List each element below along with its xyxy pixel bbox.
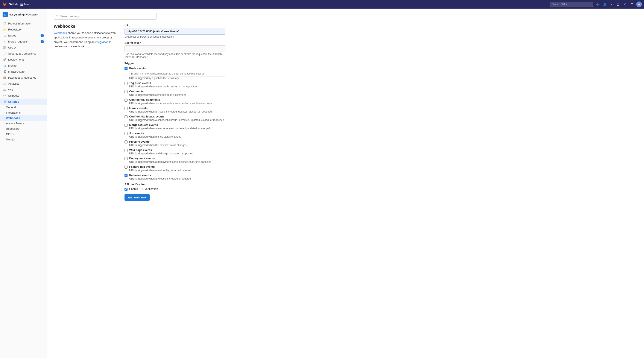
url-input[interactable] <box>124 28 226 35</box>
trigger-desc-job-events: URL is triggered when the job status cha… <box>129 135 226 138</box>
webhooks-description-panel: Webhooks Webhooks enable you to send not… <box>54 24 118 201</box>
checkbox-tag-push-events[interactable] <box>124 82 128 85</box>
trigger-section: Trigger Push events URL is triggered by … <box>124 62 226 180</box>
global-search-input[interactable] <box>550 2 593 7</box>
issues-icon: ◻ <box>3 34 6 37</box>
trigger-desc-confidential-issues-events: URL is triggered when a confidential iss… <box>129 119 226 122</box>
sidebar-label-wiki: Wiki <box>8 88 14 91</box>
sidebar-label-repository: Repository <box>8 28 22 31</box>
checkbox-wiki-page-events[interactable] <box>124 149 128 152</box>
checkbox-pipeline-events[interactable] <box>124 140 128 143</box>
wiki-icon: 📖 <box>3 88 6 91</box>
checkbox-job-events[interactable] <box>124 132 128 135</box>
project-information-icon: 📋 <box>3 22 6 25</box>
sidebar-label-packages: Packages & Registries <box>8 76 36 79</box>
trigger-name-tag-push-events: Tag push events <box>129 81 151 85</box>
sidebar-item-cicd[interactable]: 🔄 CI/CD <box>0 45 47 51</box>
user-menu-button[interactable]: 👤 <box>602 2 607 7</box>
webhooks-title: Webhooks <box>54 24 118 29</box>
checkbox-confidential-comments[interactable] <box>124 99 128 102</box>
webhooks-link[interactable]: Webhooks <box>54 31 67 35</box>
checkbox-push-events[interactable] <box>124 67 128 70</box>
trigger-name-deployment-events: Deployment events <box>129 157 155 160</box>
sidebar-subitem-access-tokens[interactable]: Access Tokens <box>0 121 47 126</box>
ssl-checkbox[interactable] <box>124 188 128 191</box>
help-button[interactable]: ? <box>630 2 634 7</box>
sidebar-label-snippets: Snippets <box>8 94 19 97</box>
sidebar-label-deployments: Deployments <box>8 58 24 61</box>
sidebar: E easy-springmvc-maven 📋 Project informa… <box>0 9 47 358</box>
sidebar-label-infrastructure: Infrastructure <box>8 70 25 73</box>
settings-search-input[interactable] <box>54 13 157 20</box>
avatar[interactable]: A <box>636 2 642 7</box>
add-webhook-button[interactable]: Add webhook <box>124 194 150 201</box>
sidebar-item-infrastructure[interactable]: 🏗 Infrastructure <box>0 69 47 75</box>
checkbox-releases-events[interactable] <box>124 174 128 177</box>
ssl-checkbox-label: Enable SSL verification <box>129 187 158 190</box>
sidebar-subitem-repository-sub[interactable]: Repository <box>0 126 47 131</box>
trigger-item-releases-events: Releases events URL is triggered when a … <box>124 174 226 180</box>
sidebar-item-wiki[interactable]: 📖 Wiki <box>0 87 47 93</box>
merge-requests-icon: ⑂ <box>3 40 6 43</box>
sidebar-subitem-integrations[interactable]: Integrations <box>0 110 47 115</box>
trigger-desc-pipeline-events: URL is triggered when the pipeline statu… <box>129 144 226 147</box>
sidebar-item-snippets[interactable]: <> Snippets <box>0 93 47 99</box>
sidebar-item-project-information[interactable]: 📋 Project information <box>0 21 47 27</box>
sidebar-item-security[interactable]: 🛡 Security & Compliance <box>0 51 47 57</box>
checkbox-feature-flag-events[interactable] <box>124 166 128 169</box>
ssl-label: SSL verification <box>124 183 226 186</box>
trigger-item-push-events: Push events URL is triggered by a push t… <box>124 67 226 80</box>
sidebar-subitem-general[interactable]: General <box>0 105 47 110</box>
trigger-item-wiki-page-events: Wiki page events URL is triggered when a… <box>124 148 226 155</box>
settings-icon: ⚙ <box>3 100 6 103</box>
checkbox-issues-events[interactable] <box>124 107 128 110</box>
sidebar-item-merge-requests[interactable]: ⑂ Merge requests 0 <box>0 39 47 45</box>
sidebar-subitem-cicd-sub[interactable]: CI/CD <box>0 131 47 137</box>
trigger-desc-issues-events: URL is triggered when an issue is create… <box>129 110 226 113</box>
push-events-pattern-input[interactable] <box>129 71 226 77</box>
trigger-item-comments: Comments URL is triggered when someone a… <box>124 90 226 96</box>
trigger-desc-tag-push-events: URL is triggered when a new tag is pushe… <box>129 85 226 88</box>
sidebar-item-deployments[interactable]: 🚀 Deployments <box>0 57 47 63</box>
integration-link[interactable]: integration <box>95 40 108 44</box>
sidebar-item-monitor[interactable]: 📊 Monitor <box>0 63 47 69</box>
sidebar-item-repository[interactable]: 📁 Repository <box>0 27 47 33</box>
trigger-name-confidential-issues-events: Confidential issues events <box>129 115 164 118</box>
secret-token-input[interactable] <box>124 45 226 52</box>
cicd-icon: 🔄 <box>3 46 6 49</box>
trigger-item-job-events: Job events URL is triggered when the job… <box>124 132 226 138</box>
sidebar-item-packages[interactable]: 📦 Packages & Registries <box>0 75 47 81</box>
sidebar-label-monitor: Monitor <box>8 64 18 67</box>
project-header: E easy-springmvc-maven <box>0 10 47 19</box>
trigger-item-tag-push-events: Tag push events URL is triggered when a … <box>124 81 226 88</box>
sidebar-item-settings[interactable]: ⚙ Settings <box>0 99 47 105</box>
url-field-group: URL URL must be percent-encoded if neces… <box>124 24 226 38</box>
issues-nav-icon[interactable]: ◻ <box>616 2 621 7</box>
sidebar-items: 📋 Project information 📁 Repository ◻ Iss… <box>0 21 47 142</box>
webhooks-form: URL URL must be percent-encoded if neces… <box>124 24 226 201</box>
sidebar-label-settings: Settings <box>8 100 19 103</box>
sidebar-item-issues[interactable]: ◻ Issues 0 <box>0 33 47 39</box>
checkbox-comments[interactable] <box>124 90 128 93</box>
gitlab-logo[interactable]: GitLab <box>2 2 18 7</box>
checkbox-merge-request-events[interactable] <box>124 124 128 127</box>
trigger-name-push-events: Push events <box>129 67 146 70</box>
project-avatar: E <box>2 12 8 17</box>
merge-requests-nav-icon[interactable]: ⑂ <box>609 2 614 7</box>
to-do-nav-icon[interactable]: ✓ <box>622 2 628 7</box>
trigger-name-job-events: Job events <box>129 132 144 135</box>
new-item-button[interactable]: ➕ <box>595 2 600 7</box>
checkbox-confidential-issues-events[interactable] <box>124 115 128 118</box>
trigger-item-merge-request-events: Merge request events URL is triggered wh… <box>124 123 226 130</box>
sidebar-subitem-webhooks[interactable]: Webhooks <box>0 115 47 121</box>
trigger-desc-push-events: URL is triggered by a push to the reposi… <box>129 77 226 80</box>
triggers-list: Push events URL is triggered by a push t… <box>124 67 226 180</box>
trigger-name-releases-events: Releases events <box>129 174 151 177</box>
sidebar-item-analytics[interactable]: 📈 Analytics <box>0 81 47 87</box>
trigger-label: Trigger <box>124 62 226 65</box>
analytics-icon: 📈 <box>3 82 6 85</box>
checkbox-deployment-events[interactable] <box>124 157 128 160</box>
sidebar-label-security: Security & Compliance <box>8 52 36 55</box>
sidebar-subitem-monitor-sub[interactable]: Monitor <box>0 137 47 142</box>
menu-button[interactable]: ☰ Menu <box>20 2 31 7</box>
